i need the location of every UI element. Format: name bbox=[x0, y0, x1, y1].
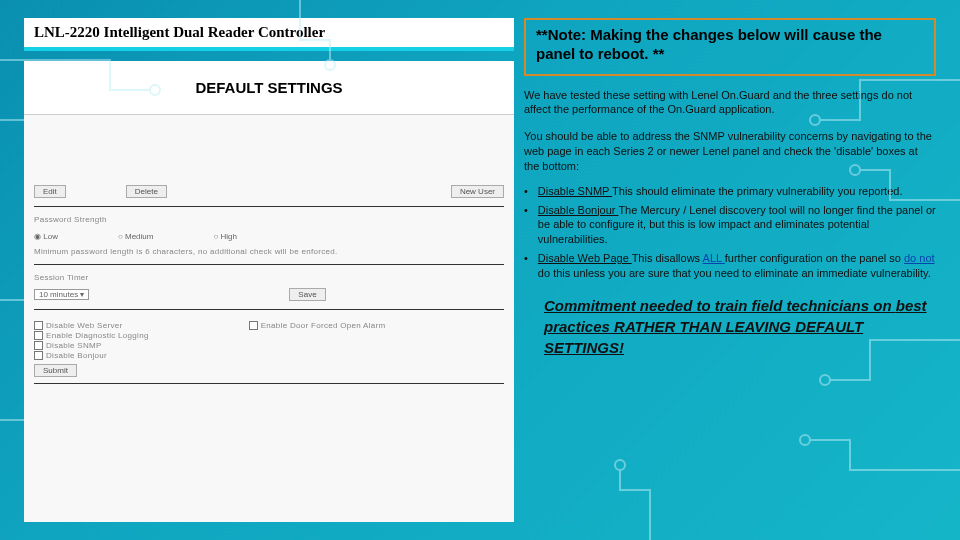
paragraph-2: You should be able to address the SNMP v… bbox=[524, 129, 936, 174]
radio-medium[interactable]: ○ Medium bbox=[118, 232, 154, 241]
paragraph-1: We have tested these setting with Lenel … bbox=[524, 88, 936, 118]
note-box: **Note: Making the changes below will ca… bbox=[524, 18, 936, 76]
session-timer-select[interactable]: 10 minutes ▾ bbox=[34, 289, 89, 300]
checkbox-enable-diag[interactable] bbox=[34, 331, 43, 340]
edit-button[interactable]: Edit bbox=[34, 185, 66, 198]
session-timer-label: Session Timer bbox=[34, 273, 504, 282]
radio-low[interactable]: ◉ Low bbox=[34, 232, 58, 241]
new-user-button[interactable]: New User bbox=[451, 185, 504, 198]
right-column: **Note: Making the changes below will ca… bbox=[524, 18, 936, 522]
bullet-1: •Disable SNMP This should eliminate the … bbox=[524, 184, 936, 199]
bullet-list: •Disable SNMP This should eliminate the … bbox=[524, 180, 936, 285]
checkbox-disable-bonjour[interactable] bbox=[34, 351, 43, 360]
bullet-2: •Disable Bonjour The Mercury / Lenel dis… bbox=[524, 203, 936, 248]
bullet-3: •Disable Web Page This disallows ALL fur… bbox=[524, 251, 936, 281]
checkbox-disable-web[interactable] bbox=[34, 321, 43, 330]
default-settings-heading: DEFAULT SETTINGS bbox=[24, 61, 514, 115]
panel-title: LNL-2220 Intelligent Dual Reader Control… bbox=[24, 18, 514, 51]
delete-button[interactable]: Delete bbox=[126, 185, 167, 198]
password-strength-label: Password Strength bbox=[34, 215, 504, 224]
settings-screenshot: Edit Delete New User Password Strength ◉… bbox=[24, 115, 514, 522]
left-column: LNL-2220 Intelligent Dual Reader Control… bbox=[24, 18, 514, 522]
save-button[interactable]: Save bbox=[289, 288, 325, 301]
submit-button[interactable]: Submit bbox=[34, 364, 77, 377]
checkbox-disable-snmp[interactable] bbox=[34, 341, 43, 350]
radio-high[interactable]: ○ High bbox=[213, 232, 237, 241]
password-note: Minimum password length is 6 characters,… bbox=[34, 247, 504, 256]
checkbox-enable-door[interactable] bbox=[249, 321, 258, 330]
kicker: Commitment needed to train field technic… bbox=[524, 295, 936, 358]
